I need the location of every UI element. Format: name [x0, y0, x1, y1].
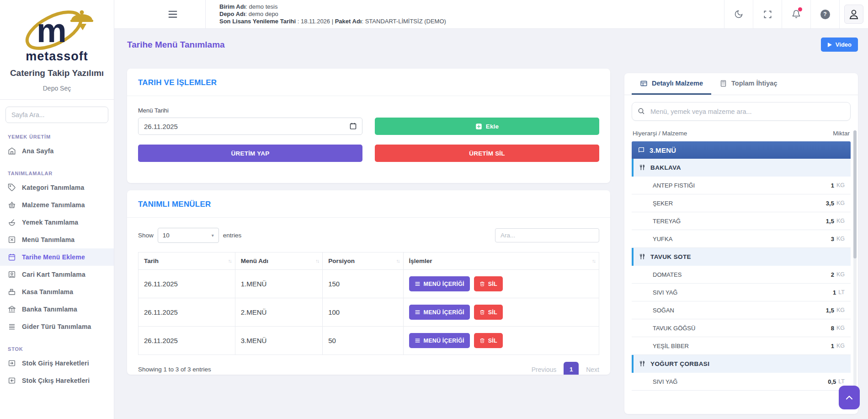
produce-delete-button[interactable]: ÜRETİM SİL — [375, 145, 599, 162]
material-search-input[interactable] — [632, 102, 851, 121]
sidebar-item-tarihe-menu-ekleme[interactable]: Tarihe Menü Ekleme — [0, 248, 114, 266]
facility-info: Birim Adı: demo tesis Depo Adı: demo dep… — [219, 0, 446, 28]
sidebar-section-stok: STOK — [8, 346, 114, 352]
scroll-to-top-button[interactable] — [839, 386, 860, 409]
unit-label: Birim Adı — [219, 3, 245, 10]
calendar-picker-icon[interactable] — [349, 122, 357, 130]
add-button[interactable]: Ekle — [375, 118, 599, 135]
sort-icon: ↑↓ — [228, 258, 231, 263]
fullscreen-button[interactable] — [753, 0, 782, 28]
sidebar-item-ana-sayfa[interactable]: Ana Sayfa — [0, 142, 114, 160]
main-content: Tarihe Menü Tanımlama Video TARIH VE İŞL… — [114, 28, 868, 419]
depot-value: : demo depo — [245, 11, 278, 17]
menu-date-input[interactable] — [138, 118, 362, 135]
list-icon — [8, 322, 16, 331]
list-icon — [415, 309, 421, 315]
date-actions-card-title: TARIH VE İŞLEMLER — [127, 69, 610, 96]
fullscreen-icon — [763, 10, 772, 19]
cell-menu-name: 3.MENÜ — [235, 327, 323, 355]
table-row: 26.11.2025 3.MENÜ 50 MENÜ İÇERİĞİ SİL — [138, 327, 599, 355]
sidebar-item-stok-giris-hareketleri[interactable]: Stok Giriş Hareketleri — [0, 355, 114, 372]
ingredient-row: TEREYAĞ1,5KG — [632, 212, 851, 230]
page-size-select[interactable]: 10 ▾ — [158, 228, 219, 243]
package-label: Paket Adı — [335, 18, 362, 25]
person-card-icon — [8, 270, 16, 279]
page-title: Tarihe Menü Tanımlama — [127, 40, 225, 50]
sidebar-item-malzeme-tanimlama[interactable]: Malzeme Tanımlama — [0, 196, 114, 214]
plus-square-icon — [475, 123, 482, 130]
menu-content-button[interactable]: MENÜ İÇERİĞİ — [409, 333, 470, 348]
book-icon — [638, 146, 645, 154]
bank-icon — [8, 305, 16, 313]
sidebar-item-banka-tanimlama[interactable]: Banka Tanımlama — [0, 301, 114, 318]
depot-label: Depo Adı — [219, 11, 245, 17]
video-button[interactable]: Video — [821, 38, 858, 52]
list-icon — [415, 338, 421, 344]
sidebar-divider — [0, 99, 114, 100]
ingredient-row: TAVUK GÖĞSÜ8KG — [632, 319, 851, 337]
sidebar-item-cari-kart-tanimlama[interactable]: Cari Kart Tanımlama — [0, 266, 114, 283]
app-window: m metassoft Catering Takip Yazılımı Depo… — [0, 0, 868, 419]
avatar — [844, 5, 863, 24]
license-value: : 18.11.2026 | — [296, 18, 335, 25]
depot-select-link[interactable]: Depo Seç — [0, 85, 114, 92]
column-header-islemler[interactable]: İşlemler↑↓ — [403, 252, 599, 270]
help-button[interactable]: ? — [810, 0, 839, 28]
menu-content-button[interactable]: MENÜ İÇERİĞİ — [409, 305, 470, 320]
menu-group-header[interactable]: 3.MENÜ — [632, 141, 851, 159]
delete-button[interactable]: SİL — [474, 305, 503, 320]
bowl-icon — [8, 218, 16, 226]
sidebar-item-stok-cikis-hareketleri[interactable]: Stok Çıkış Hareketleri — [0, 372, 114, 389]
play-icon — [827, 42, 832, 48]
search-icon — [638, 107, 645, 115]
delete-button[interactable]: SİL — [474, 276, 503, 291]
menu-card-icon — [8, 236, 16, 244]
column-header-menu-adi[interactable]: Menü Adı↑↓ — [235, 252, 323, 270]
trash-icon — [479, 281, 485, 287]
user-menu-button[interactable] — [839, 0, 868, 28]
hamburger-menu-icon[interactable] — [168, 10, 178, 18]
food-group-header[interactable]: TAVUK SOTE — [632, 248, 851, 266]
food-group-header[interactable]: BAKLAVA — [632, 159, 851, 177]
sidebar-item-gider-turu-tanimlama[interactable]: Gider Türü Tanımlama — [0, 318, 114, 335]
sidebar-item-kategori-tanimlama[interactable]: Kategori Tanımlama — [0, 179, 114, 196]
entries-label: entries — [223, 232, 242, 239]
cell-date: 26.11.2025 — [138, 327, 235, 355]
food-group-header[interactable]: YOĞURT ÇORBASI — [632, 355, 851, 373]
ingredient-row: SIVI YAĞ0,5LT — [632, 373, 851, 391]
column-header-porsiyon[interactable]: Porsiyon↑↓ — [323, 252, 403, 270]
table-search-input[interactable] — [495, 228, 599, 242]
stock-in-icon — [8, 359, 16, 367]
quantity-column-label: Miktar — [833, 130, 850, 137]
sidebar-search-input[interactable] — [5, 107, 108, 123]
pagination-previous[interactable]: Previous — [532, 366, 556, 373]
sidebar-item-kasa-tanimlama[interactable]: Kasa Tanımlama — [0, 283, 114, 301]
stock-out-icon — [8, 376, 16, 385]
delete-button[interactable]: SİL — [474, 333, 503, 348]
produce-button[interactable]: ÜRETİM YAP — [138, 145, 362, 162]
panel-scrollbar-thumb[interactable] — [853, 130, 857, 258]
pagination-next[interactable]: Next — [586, 366, 599, 373]
ingredient-row: YUFKA3KG — [632, 230, 851, 248]
cell-menu-name: 1.MENÜ — [235, 270, 323, 298]
metassoft-logo: m — [18, 5, 96, 56]
column-header-tarih[interactable]: Tarih↑↓ — [138, 252, 235, 270]
tab-toplam-ihtiyac[interactable]: Toplam İhtiyaç — [711, 73, 785, 95]
chevron-down-icon: ▾ — [212, 233, 214, 238]
notifications-button[interactable] — [782, 0, 810, 28]
utensils-icon — [639, 253, 645, 260]
sidebar-item-yemek-tanimlama[interactable]: Yemek Tanımlama — [0, 214, 114, 231]
menu-content-button[interactable]: MENÜ İÇERİĞİ — [409, 276, 470, 291]
pagination-page-1[interactable]: 1 — [564, 362, 579, 375]
materials-panel: Detaylı Malzeme Toplam İhtiyaç Hiyerarşi… — [624, 73, 858, 414]
chevron-up-icon — [846, 395, 853, 400]
sidebar-item-menu-tanimlama[interactable]: Menü Tanımlama — [0, 231, 114, 248]
table-info: Showing 1 to 3 of 3 entries — [138, 366, 211, 373]
topbar-divider — [205, 0, 206, 28]
tab-detayli-malzeme[interactable]: Detaylı Malzeme — [632, 73, 711, 95]
dark-mode-button[interactable] — [724, 0, 753, 28]
cell-portion: 50 — [323, 327, 403, 355]
utensils-icon — [639, 360, 645, 367]
calendar-icon — [8, 253, 16, 261]
notification-dot — [798, 7, 802, 11]
